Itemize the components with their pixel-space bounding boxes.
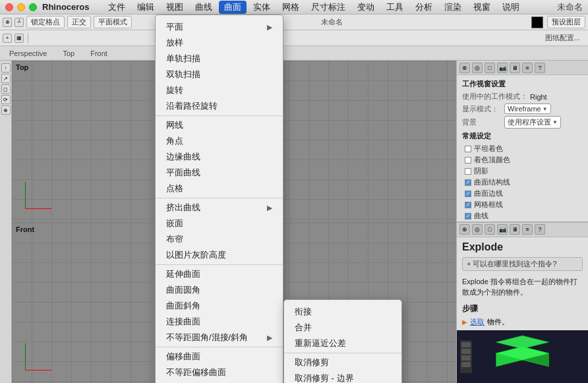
display-dropdown[interactable]: Wireframe ▼	[504, 103, 551, 114]
cb-shading-top-box[interactable]	[465, 157, 471, 163]
cb-curve-box[interactable]: ✓	[465, 213, 471, 220]
cb-surface-edge-box[interactable]: ✓	[465, 191, 471, 197]
submenu1-untrim[interactable]: 取消修剪	[284, 355, 401, 370]
rp-icon-b4[interactable]: 📷	[497, 224, 508, 235]
menu-offset-srf-label: 偏移曲面	[166, 351, 200, 363]
menu-extrude[interactable]: 挤出曲线 ▶	[156, 200, 283, 216]
drawing-settings-btn[interactable]: 图纸配置...	[545, 33, 580, 43]
menu-blend-srf[interactable]: 混接曲面	[156, 380, 283, 383]
menu-plane-curve[interactable]: 平面曲线	[156, 165, 283, 181]
menu-revolve[interactable]: 旋转	[156, 82, 283, 98]
submenu1-refit-label: 重新逼近公差	[295, 338, 346, 349]
left-tool-2[interactable]: ↗	[1, 74, 11, 83]
tab-front[interactable]: Front	[86, 48, 111, 59]
rp-icon-4[interactable]: 📷	[497, 63, 508, 73]
menu-merge-srf[interactable]: 连接曲面	[156, 314, 283, 330]
background-dropdown[interactable]: 使用程序设置 ▼	[504, 116, 561, 129]
cb-shadow-label: 阴影	[474, 166, 488, 176]
menu-patch[interactable]: 嵌面	[156, 216, 283, 231]
lock-point-btn[interactable]: 锁定格点	[26, 16, 65, 28]
background-label: 背景	[462, 117, 502, 127]
menu-sweep2[interactable]: 双轨扫描	[156, 67, 283, 82]
cb-mesh-frame-box[interactable]: ✓	[465, 202, 471, 208]
submenu1-match[interactable]: 衔接	[284, 304, 401, 320]
menu-surface[interactable]: 曲面	[219, 1, 247, 14]
cb-shadow-box[interactable]	[465, 168, 471, 175]
menu-sweep1[interactable]: 单轨扫描	[156, 51, 283, 67]
menu-view[interactable]: 视图	[161, 1, 189, 14]
ortho-btn[interactable]: 正交	[67, 16, 91, 28]
tab-perspective[interactable]: Perspective	[5, 48, 51, 59]
add-viewport-btn[interactable]: +	[3, 34, 12, 43]
submenu1-refit[interactable]: 重新逼近公差	[284, 336, 401, 351]
rp-icon-b3[interactable]: □	[485, 224, 495, 235]
tab-top[interactable]: Top	[59, 48, 78, 59]
menu-mesh[interactable]: 网格	[277, 1, 305, 14]
surface-edit-submenu[interactable]: 衔接 合并 重新逼近公差 取消修剪 取消修剪 - 边界 取消修剪 - 洞 取消修…	[283, 299, 402, 383]
color-swatch[interactable]	[531, 16, 543, 28]
cb-flat-shading-box[interactable]	[465, 146, 471, 152]
menu-network[interactable]: 网线	[156, 117, 283, 133]
menu-section-3: 挤出曲线 ▶ 嵌面 布帘 以图片灰阶高度	[156, 198, 283, 265]
menu-planar[interactable]: 平面 ▶	[156, 19, 283, 35]
rp-icon-7[interactable]: ?	[535, 63, 545, 73]
menu-render[interactable]: 渲染	[439, 1, 467, 14]
menu-tools[interactable]: 工具	[381, 1, 409, 14]
submenu1-untrim-border[interactable]: 取消修剪 - 边界	[284, 370, 401, 383]
rp-icon-b2[interactable]: ◎	[472, 224, 483, 235]
rp-icon-b5[interactable]: 🖥	[510, 224, 520, 235]
menu-network-label: 网线	[166, 119, 183, 131]
layer-btn[interactable]: 预设图层	[547, 16, 585, 28]
menu-offset-srf[interactable]: 偏移曲面	[156, 349, 283, 365]
left-tool-3[interactable]: ◻	[1, 84, 11, 94]
current-mode-value: Right	[530, 93, 547, 101]
menu-var-offset[interactable]: 不等距偏移曲面	[156, 365, 283, 380]
minimize-button[interactable]	[17, 3, 25, 11]
close-button[interactable]	[5, 3, 13, 11]
rp-icon-6[interactable]: ≡	[522, 63, 533, 73]
menu-extend-srf-label: 延伸曲面	[166, 268, 200, 280]
menu-var-fillet[interactable]: 不等距圆角/混接/斜角 ▶	[156, 330, 283, 345]
menu-dimension[interactable]: 尺寸标注	[306, 1, 351, 14]
rp-icon-1[interactable]: ⊕	[459, 63, 470, 73]
step1-link[interactable]: 选取	[470, 317, 485, 327]
rp-icon-b6[interactable]: ≡	[522, 224, 533, 235]
menu-fillet-srf[interactable]: 曲面圆角	[156, 282, 283, 298]
menu-loft[interactable]: 放样	[156, 35, 283, 51]
maximize-button[interactable]	[29, 3, 37, 11]
cb-shading-top-label: 着色顶颜色	[474, 155, 510, 165]
menu-corner-pt[interactable]: 角点	[156, 133, 283, 149]
rp-icon-b1[interactable]: ⊕	[459, 224, 470, 235]
menu-transform[interactable]: 变动	[352, 1, 380, 14]
menu-heightfield[interactable]: 以图片灰阶高度	[156, 247, 283, 263]
viewport-options-btn[interactable]: ▦	[15, 34, 24, 43]
explode-find-btn[interactable]: + 可以在哪里找到这个指令?	[462, 257, 583, 271]
menu-curve[interactable]: 曲线	[190, 1, 218, 14]
left-tool-1[interactable]: ↑	[1, 63, 11, 73]
rp-icon-b7[interactable]: ?	[535, 224, 545, 235]
menu-edit[interactable]: 编辑	[132, 1, 160, 14]
planar-btn[interactable]: 平面模式	[94, 16, 132, 28]
menu-analysis[interactable]: 分析	[410, 1, 438, 14]
menu-rail-revolve[interactable]: 沿着路径旋转	[156, 98, 283, 114]
snap-toggle[interactable]: ⊕	[3, 18, 12, 27]
left-tool-5[interactable]: ⊕	[1, 105, 11, 115]
rp-icon-5[interactable]: 🖥	[510, 63, 520, 73]
menu-viewport[interactable]: 视窗	[468, 1, 496, 14]
menu-edge-curve[interactable]: 边缘曲线	[156, 149, 283, 165]
menu-point-grid[interactable]: 点格	[156, 181, 283, 196]
rp-icon-2[interactable]: ◎	[472, 63, 483, 73]
rp-icon-3[interactable]: □	[485, 63, 495, 73]
cb-surface-struct-box[interactable]: ✓	[465, 179, 471, 186]
ortho-toggle[interactable]: ┴	[15, 18, 24, 27]
submenu1-merge[interactable]: 合并	[284, 320, 401, 336]
svg-rect-6	[461, 342, 471, 347]
menu-chamfer-srf[interactable]: 曲面斜角	[156, 298, 283, 314]
left-tool-4[interactable]: ⟳	[1, 95, 11, 104]
menu-file[interactable]: 文件	[103, 1, 131, 14]
menu-solid[interactable]: 实体	[248, 1, 276, 14]
surface-menu[interactable]: 平面 ▶ 放样 单轨扫描 双轨扫描 旋转 沿着路径旋转 网线	[155, 15, 283, 383]
menu-extend-srf[interactable]: 延伸曲面	[156, 266, 283, 282]
menu-help[interactable]: 说明	[497, 1, 525, 14]
menu-drape[interactable]: 布帘	[156, 231, 283, 247]
